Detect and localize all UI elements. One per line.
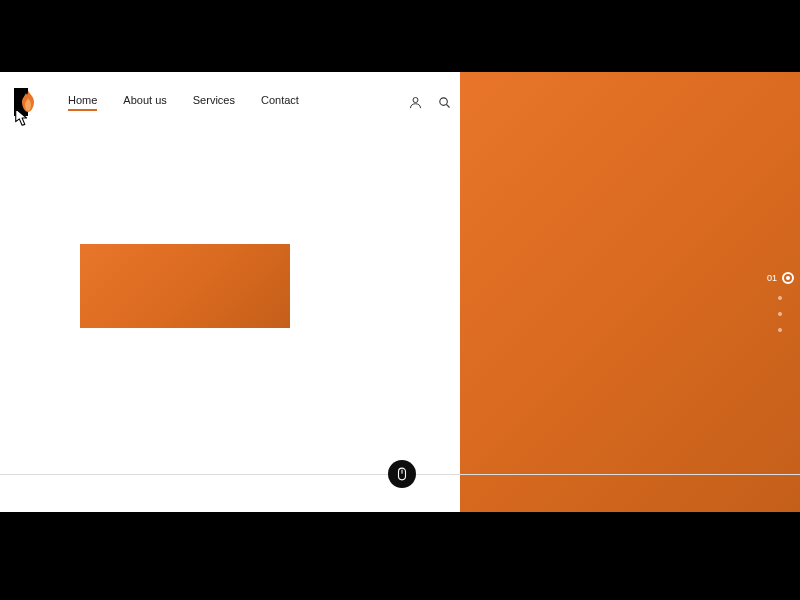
user-icon[interactable] <box>408 95 423 110</box>
nav-about[interactable]: About us <box>123 94 166 111</box>
svg-line-2 <box>446 104 449 107</box>
header: Home About us Services Contact <box>0 72 460 132</box>
pager-item-3[interactable] <box>778 312 782 316</box>
page-content: Home About us Services Contact 01 <box>0 72 800 512</box>
svg-point-1 <box>440 97 448 105</box>
pager-active-indicator <box>782 272 794 284</box>
header-actions <box>408 72 452 132</box>
hero-right-panel <box>460 72 800 512</box>
scroll-down-button[interactable] <box>388 460 416 488</box>
nav-home[interactable]: Home <box>68 94 97 111</box>
main-nav: Home About us Services Contact <box>68 94 299 111</box>
pager-item-2[interactable] <box>778 296 782 300</box>
search-icon[interactable] <box>437 95 452 110</box>
pager-item-1[interactable]: 01 <box>767 272 794 284</box>
flame-icon <box>20 90 36 112</box>
pager-item-4[interactable] <box>778 328 782 332</box>
pager-active-label: 01 <box>767 273 777 283</box>
hero-card <box>80 244 290 328</box>
brand-logo[interactable] <box>14 88 36 116</box>
slide-pager: 01 <box>767 272 794 332</box>
nav-services[interactable]: Services <box>193 94 235 111</box>
svg-point-0 <box>413 97 418 102</box>
nav-contact[interactable]: Contact <box>261 94 299 111</box>
mouse-icon <box>397 467 407 481</box>
